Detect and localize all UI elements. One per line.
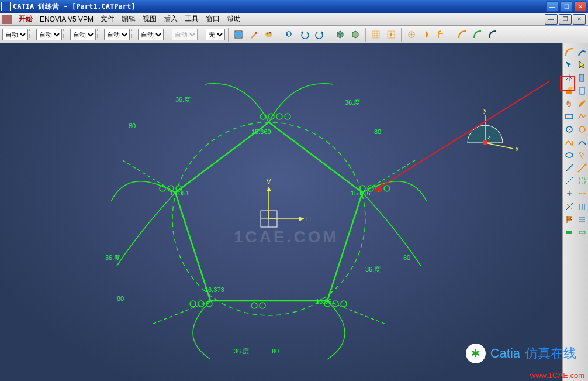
svg-text:80: 80	[129, 122, 136, 129]
spline-icon[interactable]	[563, 136, 575, 148]
rectangle-icon[interactable]	[563, 111, 575, 122]
cursor-icon[interactable]	[576, 59, 588, 71]
color-swatch-icon[interactable]	[231, 28, 245, 42]
svg-text:z: z	[487, 133, 491, 140]
sheet-icon[interactable]	[576, 85, 588, 97]
svg-text:x: x	[516, 145, 519, 152]
select-trap-icon[interactable]	[576, 149, 588, 161]
analysis-icon[interactable]	[404, 28, 418, 42]
combo-4[interactable]: 自动	[104, 29, 130, 40]
svg-point-84	[584, 164, 586, 166]
minimize-button[interactable]: —	[546, 1, 559, 12]
svg-line-72	[374, 81, 549, 191]
point-icon[interactable]	[563, 188, 575, 200]
undo-icon[interactable]	[298, 28, 312, 42]
parallel-icon[interactable]	[576, 201, 588, 212]
select-arrow-icon[interactable]	[563, 59, 575, 71]
circle-tan-icon[interactable]	[576, 123, 588, 135]
svg-rect-100	[579, 231, 585, 234]
svg-text:V: V	[267, 178, 271, 185]
combo-6[interactable]: 自动	[172, 29, 198, 40]
ellipse-icon[interactable]	[563, 149, 575, 161]
circle-icon[interactable]	[563, 123, 575, 135]
svg-rect-86	[579, 178, 585, 184]
list-icon[interactable]	[576, 214, 588, 225]
svg-point-56	[285, 114, 290, 119]
combo-5[interactable]: 自动	[138, 29, 164, 40]
svg-text:36.度: 36.度	[234, 348, 249, 355]
svg-text:H: H	[306, 215, 311, 222]
constraint2-icon[interactable]	[576, 226, 588, 238]
svg-rect-73	[579, 74, 584, 81]
svg-rect-1	[236, 32, 241, 37]
combo-2[interactable]: 自动	[36, 29, 62, 40]
doc-restore-button[interactable]: ❐	[559, 14, 572, 25]
catia-menu-icon[interactable]	[2, 15, 12, 24]
doc-minimize-button[interactable]: —	[545, 14, 558, 25]
svg-text:80: 80	[272, 348, 279, 355]
line-seg-icon[interactable]	[576, 162, 588, 174]
svg-point-63	[384, 186, 390, 191]
flag-icon[interactable]	[563, 214, 575, 225]
corner-icon[interactable]	[435, 28, 449, 42]
svg-point-70	[251, 303, 257, 308]
right-toolbar	[562, 43, 588, 381]
svg-text:36.度: 36.度	[365, 266, 381, 273]
menu-file[interactable]: 文件	[97, 14, 118, 24]
axis-icon[interactable]	[563, 175, 575, 187]
menu-help[interactable]: 帮助	[223, 14, 244, 24]
close-button[interactable]: ✕	[574, 1, 587, 12]
svg-point-78	[569, 129, 570, 130]
dim-icon[interactable]	[576, 188, 588, 200]
menu-start[interactable]: 开始	[15, 14, 36, 24]
menu-window[interactable]: 窗口	[202, 14, 223, 24]
menu-edit[interactable]: 编辑	[118, 14, 139, 24]
arc-tool2-icon[interactable]	[576, 46, 588, 58]
paint-brush-icon[interactable]	[247, 28, 261, 42]
menu-tools[interactable]: 工具	[181, 14, 202, 24]
cube-shade-icon[interactable]	[348, 28, 362, 42]
arc-green-icon[interactable]	[471, 28, 485, 42]
sketch-svg: y x z H V	[0, 43, 562, 381]
pencil-icon[interactable]	[576, 98, 588, 109]
menu-enovia[interactable]: ENOVIA V5 VPM	[36, 15, 97, 23]
redo-icon[interactable]	[313, 28, 327, 42]
door-icon[interactable]	[576, 72, 588, 84]
svg-point-55	[276, 114, 282, 119]
combo-1[interactable]: 自动	[2, 29, 28, 40]
svg-text:36.度: 36.度	[105, 254, 120, 261]
grid-icon[interactable]	[369, 28, 383, 42]
combo-3[interactable]: 自动	[70, 29, 96, 40]
view-compass[interactable]: y x z	[468, 107, 519, 152]
arc-dark-icon[interactable]	[486, 28, 500, 42]
highlight-box	[560, 76, 575, 91]
arc-tool-icon[interactable]	[563, 46, 575, 58]
maximize-button[interactable]: ☐	[560, 1, 573, 12]
svg-line-81	[566, 164, 573, 171]
svg-point-79	[579, 126, 585, 132]
arc-orange-icon[interactable]	[455, 28, 469, 42]
wechat-icon: ✱	[466, 344, 486, 363]
flame-icon[interactable]	[420, 28, 434, 42]
box-select-icon[interactable]	[576, 175, 588, 187]
combo-7[interactable]: 无	[206, 29, 225, 40]
svg-line-37	[362, 160, 415, 193]
line-icon[interactable]	[563, 162, 575, 174]
hand-icon[interactable]	[563, 98, 575, 109]
sketch-canvas[interactable]: y x z H V	[0, 43, 562, 381]
zoom-prev-icon[interactable]	[282, 28, 296, 42]
menu-view[interactable]: 视图	[139, 14, 160, 24]
palette-icon[interactable]	[262, 28, 276, 42]
intersect-icon[interactable]	[563, 201, 575, 212]
svg-line-22	[485, 143, 513, 149]
constraint-icon[interactable]	[563, 226, 575, 238]
svg-point-80	[566, 153, 573, 157]
url-watermark: www.1CAE.com	[530, 371, 584, 380]
grid-snap-icon[interactable]	[384, 28, 398, 42]
svg-point-2	[255, 32, 257, 34]
arc3pt-icon[interactable]	[576, 136, 588, 148]
profile-icon[interactable]	[576, 111, 588, 122]
cube-icon[interactable]	[333, 28, 347, 42]
doc-close-button[interactable]: ✕	[573, 14, 586, 25]
menu-insert[interactable]: 插入	[160, 14, 181, 24]
